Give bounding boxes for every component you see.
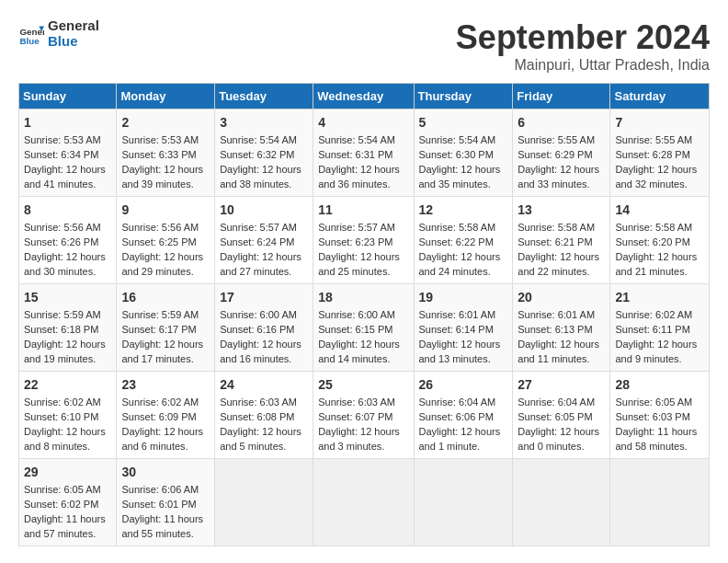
sunrise: Sunrise: 6:05 AM: [24, 484, 101, 495]
sunrise: Sunrise: 6:02 AM: [24, 396, 101, 408]
day-number: 7: [615, 113, 704, 132]
table-row: 28Sunrise: 6:05 AMSunset: 6:03 PMDayligh…: [610, 372, 710, 459]
sunrise: Sunrise: 5:54 AM: [220, 134, 297, 145]
daylight: Daylight: 12 hours and 36 minutes.: [318, 164, 400, 190]
daylight: Daylight: 12 hours and 6 minutes.: [121, 426, 203, 452]
daylight: Daylight: 12 hours and 32 minutes.: [615, 164, 697, 190]
daylight: Daylight: 11 hours and 55 minutes.: [121, 513, 203, 539]
sunset: Sunset: 6:17 PM: [121, 324, 196, 335]
table-row: 30Sunrise: 6:06 AMSunset: 6:01 PMDayligh…: [117, 459, 215, 546]
calendar-table: Sunday Monday Tuesday Wednesday Thursday…: [18, 83, 710, 546]
table-row: 23Sunrise: 6:02 AMSunset: 6:09 PMDayligh…: [117, 372, 215, 459]
day-number: 28: [615, 375, 704, 394]
sunset: Sunset: 6:33 PM: [121, 149, 196, 160]
day-number: 11: [318, 201, 408, 219]
sunset: Sunset: 6:18 PM: [24, 324, 98, 335]
table-row: 2Sunrise: 5:53 AMSunset: 6:33 PMDaylight…: [117, 109, 215, 197]
table-row: 25Sunrise: 6:03 AMSunset: 6:07 PMDayligh…: [313, 372, 414, 459]
location: Mainpuri, Uttar Pradesh, India: [456, 57, 710, 74]
table-row: 21Sunrise: 6:02 AMSunset: 6:11 PMDayligh…: [610, 284, 710, 372]
day-number: 18: [318, 288, 408, 306]
month-title: September 2024: [456, 18, 710, 57]
day-number: 17: [220, 288, 308, 306]
sunrise: Sunrise: 5:54 AM: [318, 134, 395, 145]
table-row: 6Sunrise: 5:55 AMSunset: 6:29 PMDaylight…: [513, 109, 610, 197]
sunrise: Sunrise: 5:59 AM: [121, 309, 199, 320]
sunrise: Sunrise: 5:55 AM: [615, 134, 692, 145]
table-row: 18Sunrise: 6:00 AMSunset: 6:15 PMDayligh…: [313, 284, 414, 372]
sunrise: Sunrise: 6:00 AM: [318, 309, 395, 320]
table-row: 4Sunrise: 5:54 AMSunset: 6:31 PMDaylight…: [313, 109, 414, 197]
daylight: Daylight: 12 hours and 17 minutes.: [121, 339, 203, 364]
sunset: Sunset: 6:14 PM: [419, 324, 494, 335]
table-row: [313, 459, 414, 546]
day-number: 10: [220, 201, 308, 219]
table-row: 13Sunrise: 5:58 AMSunset: 6:21 PMDayligh…: [513, 197, 610, 284]
sunset: Sunset: 6:24 PM: [220, 236, 294, 247]
day-number: 8: [24, 201, 111, 219]
day-number: 24: [220, 375, 308, 394]
daylight: Daylight: 12 hours and 29 minutes.: [121, 251, 203, 277]
sunrise: Sunrise: 5:58 AM: [518, 222, 595, 233]
sunrise: Sunrise: 5:57 AM: [318, 222, 395, 233]
sunset: Sunset: 6:05 PM: [518, 411, 592, 422]
sunrise: Sunrise: 6:03 AM: [220, 396, 297, 408]
daylight: Daylight: 12 hours and 39 minutes.: [121, 164, 203, 190]
svg-text:Blue: Blue: [19, 36, 40, 46]
table-row: 26Sunrise: 6:04 AMSunset: 6:06 PMDayligh…: [414, 372, 513, 459]
daylight: Daylight: 12 hours and 38 minutes.: [220, 164, 301, 190]
day-number: 23: [121, 375, 210, 394]
title-block: September 2024 Mainpuri, Uttar Pradesh, …: [456, 18, 710, 74]
sunrise: Sunrise: 6:02 AM: [121, 396, 199, 408]
sunrise: Sunrise: 5:53 AM: [24, 134, 101, 145]
header-friday: Friday: [513, 84, 610, 109]
table-row: 20Sunrise: 6:01 AMSunset: 6:13 PMDayligh…: [513, 284, 610, 372]
day-number: 29: [24, 463, 111, 481]
sunset: Sunset: 6:16 PM: [220, 324, 294, 335]
header-sunday: Sunday: [19, 84, 117, 109]
day-number: 19: [419, 288, 508, 306]
sunrise: Sunrise: 6:01 AM: [518, 309, 595, 320]
daylight: Daylight: 12 hours and 5 minutes.: [220, 426, 301, 452]
header-wednesday: Wednesday: [313, 84, 414, 109]
daylight: Daylight: 12 hours and 16 minutes.: [220, 339, 301, 364]
sunset: Sunset: 6:32 PM: [220, 149, 294, 160]
daylight: Daylight: 12 hours and 13 minutes.: [419, 339, 501, 364]
sunset: Sunset: 6:22 PM: [419, 236, 494, 247]
table-row: 7Sunrise: 5:55 AMSunset: 6:28 PMDaylight…: [610, 109, 710, 197]
daylight: Daylight: 12 hours and 8 minutes.: [24, 426, 106, 452]
daylight: Daylight: 12 hours and 0 minutes.: [518, 426, 599, 452]
table-row: 17Sunrise: 6:00 AMSunset: 6:16 PMDayligh…: [215, 284, 313, 372]
sunrise: Sunrise: 6:04 AM: [518, 396, 595, 408]
daylight: Daylight: 12 hours and 24 minutes.: [419, 251, 501, 277]
daylight: Daylight: 12 hours and 35 minutes.: [419, 164, 501, 190]
table-row: [414, 459, 513, 546]
table-row: 12Sunrise: 5:58 AMSunset: 6:22 PMDayligh…: [414, 197, 513, 284]
table-row: 19Sunrise: 6:01 AMSunset: 6:14 PMDayligh…: [414, 284, 513, 372]
sunrise: Sunrise: 6:06 AM: [121, 484, 199, 495]
day-number: 21: [615, 288, 704, 306]
day-number: 9: [121, 201, 210, 219]
day-number: 12: [419, 201, 508, 219]
daylight: Daylight: 12 hours and 30 minutes.: [24, 251, 106, 277]
sunrise: Sunrise: 6:03 AM: [318, 396, 395, 408]
day-number: 13: [518, 201, 605, 219]
day-number: 30: [121, 463, 210, 481]
sunrise: Sunrise: 5:57 AM: [220, 222, 297, 233]
day-number: 4: [318, 113, 408, 132]
daylight: Daylight: 12 hours and 33 minutes.: [518, 164, 599, 190]
table-row: 10Sunrise: 5:57 AMSunset: 6:24 PMDayligh…: [215, 197, 313, 284]
sunset: Sunset: 6:31 PM: [318, 149, 392, 160]
sunrise: Sunrise: 6:02 AM: [615, 309, 692, 320]
daylight: Daylight: 12 hours and 25 minutes.: [318, 251, 400, 277]
header-monday: Monday: [117, 84, 215, 109]
sunrise: Sunrise: 6:04 AM: [419, 396, 496, 408]
table-row: 24Sunrise: 6:03 AMSunset: 6:08 PMDayligh…: [215, 372, 313, 459]
daylight: Daylight: 11 hours and 57 minutes.: [24, 513, 106, 539]
day-number: 16: [121, 288, 210, 306]
day-number: 27: [518, 375, 605, 394]
daylight: Daylight: 12 hours and 9 minutes.: [615, 339, 697, 364]
logo: General Blue General Blue: [18, 18, 99, 49]
table-row: [215, 459, 313, 546]
header-thursday: Thursday: [414, 84, 513, 109]
